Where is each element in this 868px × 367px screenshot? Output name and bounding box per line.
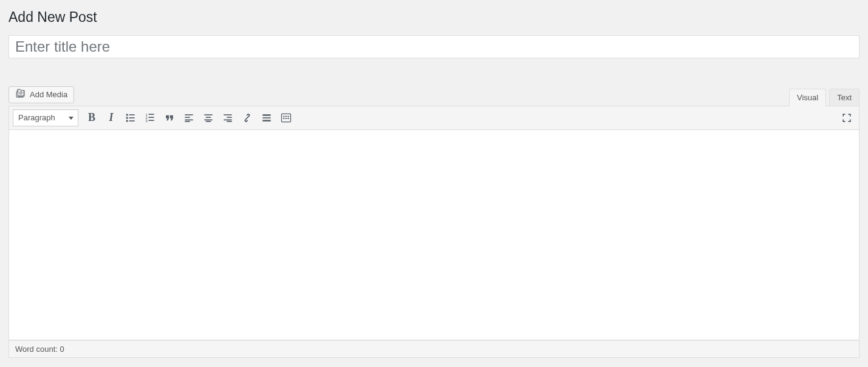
svg-rect-1 — [129, 114, 135, 115]
svg-rect-17 — [206, 117, 211, 118]
align-right-button[interactable] — [219, 109, 236, 126]
svg-point-2 — [126, 117, 128, 118]
align-center-button[interactable] — [200, 109, 217, 126]
svg-rect-23 — [227, 121, 231, 122]
fullscreen-button[interactable] — [838, 109, 855, 126]
bulleted-list-button[interactable] — [122, 109, 139, 126]
italic-button[interactable]: I — [103, 109, 120, 126]
svg-rect-3 — [129, 117, 135, 118]
title-input[interactable] — [9, 35, 859, 58]
editor-toolbar: Paragraph B I 123 — [9, 106, 859, 130]
svg-rect-21 — [227, 117, 231, 118]
svg-rect-20 — [224, 114, 231, 115]
svg-rect-30 — [288, 116, 290, 117]
svg-rect-16 — [204, 114, 212, 115]
add-media-button[interactable]: Add Media — [9, 86, 74, 103]
link-button[interactable] — [239, 109, 256, 126]
content-editor[interactable] — [9, 130, 859, 340]
svg-rect-32 — [285, 118, 287, 119]
add-media-label: Add Media — [30, 90, 67, 99]
format-select[interactable]: Paragraph — [13, 109, 78, 126]
svg-rect-18 — [204, 119, 212, 120]
media-icon — [15, 88, 26, 101]
toolbar-toggle-button[interactable] — [278, 109, 295, 126]
svg-point-4 — [126, 120, 128, 122]
svg-text:3: 3 — [146, 119, 148, 123]
svg-rect-9 — [149, 117, 154, 118]
svg-rect-15 — [185, 121, 190, 122]
svg-rect-7 — [149, 114, 154, 115]
word-count-label: Word count: — [15, 345, 60, 354]
svg-rect-5 — [129, 120, 135, 122]
word-count-value: 0 — [60, 345, 64, 354]
numbered-list-button[interactable]: 123 — [142, 109, 159, 126]
read-more-button[interactable] — [258, 109, 275, 126]
svg-rect-13 — [185, 117, 190, 118]
svg-rect-28 — [283, 116, 285, 117]
svg-rect-33 — [288, 118, 290, 119]
tab-visual[interactable]: Visual — [789, 89, 826, 106]
svg-rect-25 — [262, 117, 270, 118]
bold-button[interactable]: B — [83, 109, 100, 126]
svg-rect-12 — [185, 114, 193, 115]
svg-rect-19 — [206, 121, 211, 122]
editor-tabs: Visual Text — [786, 89, 859, 106]
blockquote-button[interactable] — [161, 109, 178, 126]
status-bar: Word count: 0 — [9, 340, 859, 358]
align-left-button[interactable] — [180, 109, 197, 126]
svg-rect-29 — [285, 116, 287, 117]
svg-rect-26 — [262, 120, 270, 122]
svg-rect-11 — [149, 120, 154, 121]
svg-rect-24 — [262, 114, 270, 116]
page-title: Add New Post — [9, 6, 859, 27]
svg-rect-22 — [224, 119, 231, 120]
svg-rect-31 — [283, 118, 285, 119]
svg-point-0 — [126, 114, 128, 115]
tab-text[interactable]: Text — [829, 89, 859, 106]
svg-rect-14 — [185, 119, 193, 120]
